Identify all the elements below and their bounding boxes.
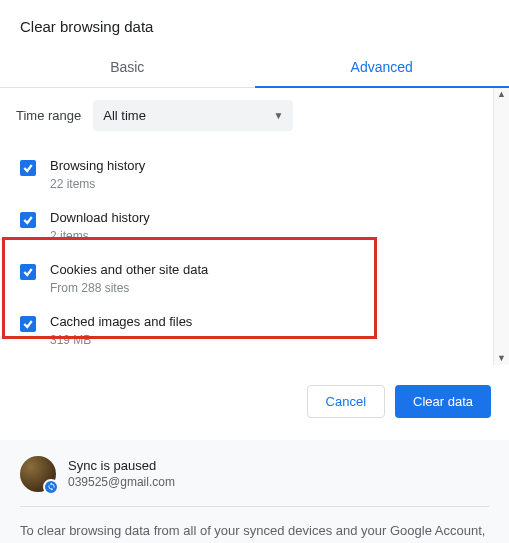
option-text: Browsing history 22 items <box>50 157 145 193</box>
checkmark-icon <box>22 266 34 278</box>
time-range-label: Time range <box>16 108 81 123</box>
sync-badge-icon <box>43 479 59 495</box>
chevron-down-icon: ▼ <box>273 110 283 121</box>
scroll-down-icon[interactable]: ▼ <box>497 354 506 363</box>
avatar <box>20 456 56 492</box>
dialog-body: Time range All time ▼ Browsing history 2… <box>0 88 509 365</box>
sync-status-row: Sync is paused 039525@gmail.com <box>20 456 489 507</box>
sync-title: Sync is paused <box>68 458 175 473</box>
time-range-row: Time range All time ▼ <box>16 100 477 131</box>
option-text: Download history 2 items <box>50 209 150 245</box>
option-title: Download history <box>50 209 150 227</box>
checkbox-cache[interactable] <box>20 316 36 332</box>
option-cache: Cached images and files 319 MB <box>16 305 477 357</box>
footer-area: Sync is paused 039525@gmail.com To clear… <box>0 440 509 543</box>
checkbox-browsing-history[interactable] <box>20 160 36 176</box>
option-browsing-history: Browsing history 22 items <box>16 149 477 201</box>
clear-browsing-data-dialog: Clear browsing data Basic Advanced Time … <box>0 0 509 543</box>
footer-note: To clear browsing data from all of your … <box>20 521 489 541</box>
option-title: Cookies and other site data <box>50 261 208 279</box>
tab-advanced[interactable]: Advanced <box>255 49 510 87</box>
option-subtitle: From 288 sites <box>50 280 208 297</box>
tab-basic[interactable]: Basic <box>0 49 255 87</box>
option-subtitle: 2 items <box>50 228 150 245</box>
cancel-button[interactable]: Cancel <box>307 385 385 418</box>
option-text: Cookies and other site data From 288 sit… <box>50 261 208 297</box>
scroll-content: Time range All time ▼ Browsing history 2… <box>0 88 493 365</box>
checkmark-icon <box>22 318 34 330</box>
option-subtitle: 319 MB <box>50 332 192 349</box>
option-title: Cached images and files <box>50 313 192 331</box>
checkmark-icon <box>22 214 34 226</box>
option-cookies: Cookies and other site data From 288 sit… <box>16 253 477 305</box>
time-range-value: All time <box>103 108 146 123</box>
dialog-actions: Cancel Clear data <box>0 365 509 440</box>
option-subtitle: 22 items <box>50 176 145 193</box>
scroll-up-icon[interactable]: ▲ <box>497 90 506 99</box>
checkbox-download-history[interactable] <box>20 212 36 228</box>
checkbox-cookies[interactable] <box>20 264 36 280</box>
sync-email: 039525@gmail.com <box>68 475 175 489</box>
clear-data-button[interactable]: Clear data <box>395 385 491 418</box>
option-text: Cached images and files 319 MB <box>50 313 192 349</box>
scrollbar[interactable]: ▲ ▼ <box>493 88 509 365</box>
option-download-history: Download history 2 items <box>16 201 477 253</box>
time-range-select[interactable]: All time ▼ <box>93 100 293 131</box>
tabs: Basic Advanced <box>0 49 509 88</box>
option-title: Browsing history <box>50 157 145 175</box>
options-list: Browsing history 22 items Download histo… <box>16 149 477 357</box>
checkmark-icon <box>22 162 34 174</box>
dialog-title: Clear browsing data <box>0 0 509 49</box>
sync-text: Sync is paused 039525@gmail.com <box>68 458 175 489</box>
